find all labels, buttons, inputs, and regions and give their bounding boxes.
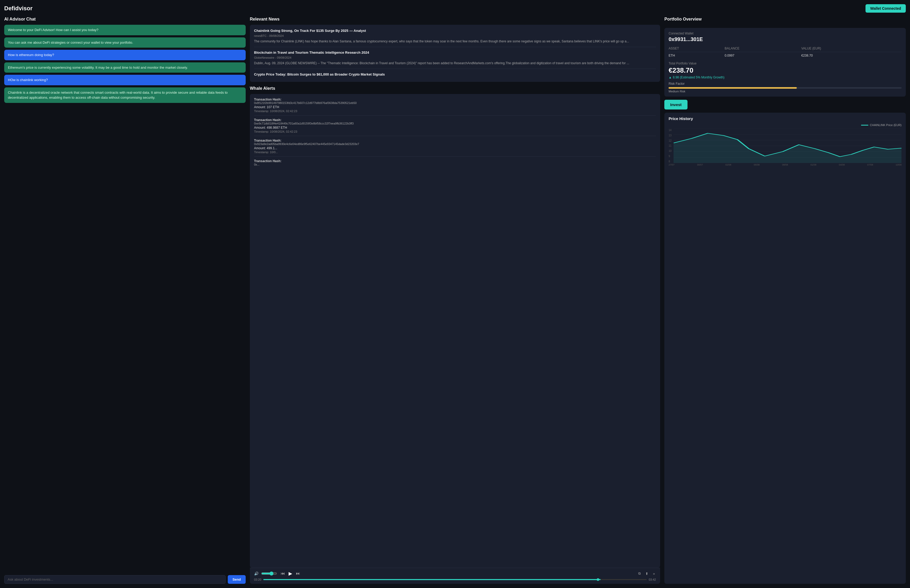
whale-time: Timestamp: 10/08/2024, 02:42:23: [254, 130, 656, 133]
growth-arrow: ▲: [669, 76, 672, 79]
progress-bar-wrap: 03:20 03:42: [254, 578, 656, 581]
volume-slider[interactable]: [261, 572, 277, 576]
legend-label: CHAINLINK Price (EUR): [870, 123, 902, 127]
total-value: €238.70: [669, 66, 902, 74]
x-axis-label: 04/08: [839, 163, 845, 166]
screen-icon[interactable]: ⧉: [637, 571, 642, 576]
risk-desc: Medium Risk: [669, 90, 902, 93]
portfolio-card: Connected Wallet 0x9931...301E ASSET BAL…: [664, 28, 906, 97]
y-label-12: 12: [669, 139, 671, 142]
chat-messages: Welcome to your DeFi Advisor! How can I …: [4, 25, 246, 572]
news-snippet: Dublin, Aug. 09, 2024 (GLOBE NEWSWIRE) -…: [254, 61, 656, 66]
legend-line: [861, 125, 868, 126]
y-label-10: 10: [669, 150, 671, 152]
connected-wallet-label: Connected Wallet: [669, 32, 902, 35]
play-button[interactable]: ▶: [289, 571, 292, 577]
whale-time: Timestamp: 10/0...: [254, 150, 656, 154]
whale-label: Transaction Hash:: [254, 98, 656, 101]
chat-bubble-assistant: Chainlink is a decentralized oracle netw…: [4, 87, 246, 103]
whale-hash: 0x923a9e2ad05ba9930e4c6e04ed86e9f5e62407…: [254, 142, 656, 145]
svg-marker-7: [674, 133, 902, 163]
news-panel-title: Relevant News: [250, 17, 660, 22]
asset-value: €238.70: [801, 52, 902, 59]
price-history-card: Price History CHAINLINK Price (EUR) 14 1…: [664, 113, 906, 584]
current-time: 03:20: [254, 578, 262, 581]
news-item: Chainlink Going Strong, On Track For $13…: [254, 28, 656, 47]
portfolio-panel: Portfolio Overview Connected Wallet 0x99…: [664, 17, 906, 584]
chat-panel: AI Advisor Chat Welcome to your DeFi Adv…: [4, 17, 246, 584]
whale-label: Transaction Hash:: [254, 159, 656, 163]
news-item: Blockchain in Travel and Tourism Themati…: [254, 50, 656, 69]
main-layout: AI Advisor Chat Welcome to your DeFi Adv…: [4, 17, 906, 584]
whale-tx: Transaction Hash: 0x...: [254, 159, 656, 170]
news-headline: Chainlink Going Strong, On Track For $13…: [254, 28, 656, 33]
risk-section: Risk Factor Medium Risk: [669, 82, 902, 93]
whale-amount: Amount: 499.1...: [254, 146, 656, 150]
risk-bar-track: [669, 87, 902, 89]
chat-bubble-assistant: Ethereum's price is currently experienci…: [4, 62, 246, 73]
top-bar: Defidvisor Wallet Connected: [4, 4, 906, 13]
col-value: VALUE (EUR): [801, 45, 902, 52]
x-axis-label: 27/07: [669, 163, 675, 166]
y-label-9: 9: [669, 155, 671, 158]
x-axis-label: 07/08: [867, 163, 873, 166]
whale-amount: Amount: 498.9887 ETH: [254, 126, 656, 129]
volume-icon: 🔊: [254, 572, 259, 576]
whale-tx: Transaction Hash: 0x923a9e2ad05ba9930e4c…: [254, 139, 656, 157]
x-axis-label: 01/08: [810, 163, 816, 166]
chart-legend: CHAINLINK Price (EUR): [669, 123, 902, 127]
whale-hash: 0xe9c71db018f4e418449c701a60a1d9159f3e8b…: [254, 122, 656, 125]
wallet-connected-button[interactable]: Wallet Connected: [865, 4, 906, 13]
portfolio-panel-title: Portfolio Overview: [664, 17, 906, 22]
chat-bubble-user: How is ethereum doing today?: [4, 50, 246, 60]
total-time: 03:42: [649, 578, 656, 581]
chat-input[interactable]: [4, 575, 226, 584]
news-snippet: The community for Chainlink (LINK) has h…: [254, 39, 656, 44]
y-label-14: 14: [669, 129, 671, 132]
news-card: Chainlink Going Strong, On Track For $13…: [250, 25, 660, 82]
growth-badge: ▲ 8.98 (Estimated 5% Monthly Growth): [669, 76, 902, 79]
risk-label: Risk Factor: [669, 82, 902, 86]
y-label-13: 13: [669, 134, 671, 137]
progress-dot: [596, 578, 599, 581]
whale-tx: Transaction Hash: 0xe9c71db018f4e418449c…: [254, 118, 656, 136]
chart-title: Price History: [669, 116, 902, 121]
whale-label: Transaction Hash:: [254, 139, 656, 142]
news-item: Crypto Price Today: Bitcoin Surges to $6…: [254, 72, 656, 77]
x-axis-label: 08/08: [782, 163, 788, 166]
chat-bubble-assistant: You can ask me about DeFi strategies or …: [4, 37, 246, 48]
rewind-button[interactable]: ⏮: [280, 571, 286, 577]
table-row: ETH 0.0997 €238.70: [669, 52, 902, 59]
news-section: Relevant News Chainlink Going Strong, On…: [250, 17, 660, 82]
chat-bubble-user: HOw is chainlink working?: [4, 75, 246, 85]
progress-track[interactable]: [263, 579, 647, 580]
middle-panel: Relevant News Chainlink Going Strong, On…: [250, 17, 660, 584]
chat-input-row: Send: [4, 575, 246, 584]
chat-bubble-assistant: Welcome to your DeFi Advisor! How can I …: [4, 25, 246, 35]
invest-button[interactable]: Invest: [664, 100, 687, 110]
whale-panel-title: Whale Alerts: [250, 86, 660, 91]
news-source: newsBTC - 09/08/2024: [254, 34, 656, 37]
more-icon[interactable]: »: [652, 571, 656, 576]
asset-balance: 0.0997: [725, 52, 801, 59]
whale-amount: Amount: 107 ETH: [254, 105, 656, 109]
x-axis-label: 05/08: [754, 163, 760, 166]
forward-button[interactable]: ⏭: [295, 571, 301, 577]
media-bar: 🔊 ⏮ ▶ ⏭ ⧉ ⬆ » 03:20: [250, 568, 660, 584]
whale-hash: 0x8f121f2b991497980153fd3c417b607c12d977…: [254, 101, 656, 105]
whale-time: Timestamp: 10/08/2024, 02:42:23: [254, 110, 656, 113]
share-icon[interactable]: ⬆: [644, 571, 649, 576]
col-balance: BALANCE: [725, 45, 801, 52]
app-title: Defidvisor: [4, 5, 33, 12]
x-axis-labels: 27/0730/0702/0805/0808/0801/0804/0807/08…: [669, 163, 902, 166]
col-asset: ASSET: [669, 45, 725, 52]
whale-card: Transaction Hash: 0x8f121f2b991497980153…: [250, 94, 660, 568]
news-headline: Blockchain in Travel and Tourism Themati…: [254, 50, 656, 55]
x-axis-label: 30/07: [697, 163, 703, 166]
y-label-11: 11: [669, 144, 671, 147]
price-chart: [674, 129, 902, 163]
news-headline: Crypto Price Today: Bitcoin Surges to $6…: [254, 72, 656, 77]
growth-text: 8.98 (Estimated 5% Monthly Growth): [673, 76, 724, 79]
send-button[interactable]: Send: [228, 575, 246, 584]
whale-section: Whale Alerts Transaction Hash: 0x8f121f2…: [250, 86, 660, 584]
